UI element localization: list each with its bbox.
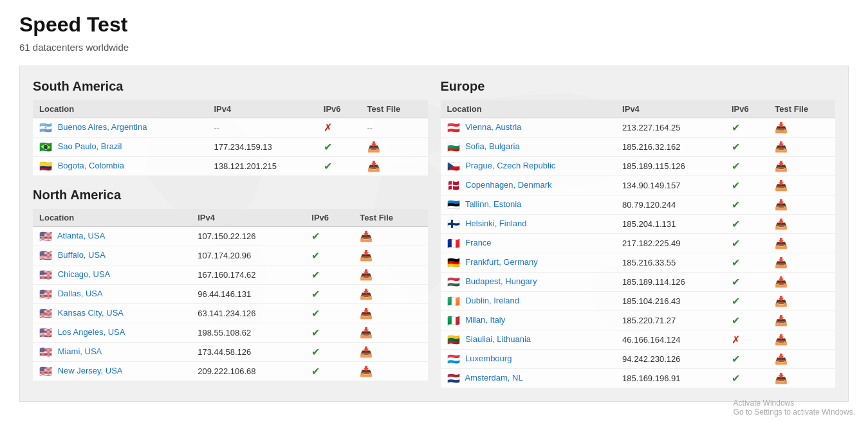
testfile-cell: 📥 xyxy=(768,369,835,388)
location-link[interactable]: Amsterdam, NL xyxy=(465,373,522,382)
eu-col-location: Location xyxy=(441,100,616,118)
flag-icon: 🇺🇸 xyxy=(39,230,52,242)
download-icon: 📥 xyxy=(775,238,788,249)
flag-icon: 🇺🇸 xyxy=(39,365,52,377)
location-link[interactable]: Budapest, Hungary xyxy=(465,276,537,286)
ipv4-cell: 138.121.201.215 xyxy=(207,157,317,176)
flag-icon: 🇺🇸 xyxy=(39,346,52,358)
location-link[interactable]: Buenos Aires, Argentina xyxy=(58,122,147,132)
download-icon: 📥 xyxy=(367,141,380,152)
location-cell: 🇺🇸 New Jersey, USA xyxy=(33,362,191,381)
check-icon: ✔ xyxy=(732,354,740,364)
ipv4-cell: 217.182.225.49 xyxy=(616,234,725,253)
flag-icon: 🇪🇪 xyxy=(447,199,460,211)
table-row: 🇦🇷 Buenos Aires, Argentina -- ✗ -- xyxy=(33,118,428,138)
location-link[interactable]: Frankfurt, Germany xyxy=(465,257,538,267)
ipv6-cell: ✔ xyxy=(305,227,353,246)
dash: -- xyxy=(367,123,373,132)
testfile-cell: 📥 xyxy=(768,350,835,369)
location-link[interactable]: Luxembourg xyxy=(465,354,512,363)
testfile-cell: 📥 xyxy=(353,266,427,285)
testfile-cell: 📥 xyxy=(768,195,835,215)
location-link[interactable]: Miami, USA xyxy=(58,346,102,356)
ipv4-value: 185.204.1.131 xyxy=(622,219,676,229)
testfile-cell: 📥 xyxy=(353,304,427,323)
flag-icon: 🇳🇱 xyxy=(447,372,460,384)
location-link[interactable]: Prague, Czech Republic xyxy=(465,161,555,170)
flag-icon: 🇧🇷 xyxy=(39,141,52,153)
ipv4-cell: 107.174.20.96 xyxy=(191,246,305,266)
ipv4-cell: -- xyxy=(207,118,317,138)
sa-col-ipv4: IPv4 xyxy=(207,100,317,118)
ipv4-value: 185.216.33.55 xyxy=(622,258,676,267)
testfile-cell: 📥 xyxy=(353,323,427,343)
ipv4-cell: 213.227.164.25 xyxy=(616,118,725,138)
ipv6-cell: ✔ xyxy=(317,138,361,157)
location-cell: 🇺🇸 Kansas City, USA xyxy=(33,304,191,323)
ipv4-value: 177.234.159.13 xyxy=(214,142,272,152)
south-america-table: Location IPv4 IPv6 Test File 🇦🇷 Buenos A… xyxy=(33,100,428,176)
check-icon: ✔ xyxy=(732,180,740,191)
sa-col-ipv6: IPv6 xyxy=(317,100,361,118)
ipv4-value: 138.121.201.215 xyxy=(214,161,277,171)
download-icon: 📥 xyxy=(775,315,788,326)
testfile-cell: 📥 xyxy=(353,285,427,304)
location-link[interactable]: Helsinki, Finland xyxy=(465,219,526,228)
location-link[interactable]: Vienna, Austria xyxy=(465,122,521,132)
ipv6-cell: ✔ xyxy=(305,343,353,362)
cross-icon: ✗ xyxy=(732,334,740,345)
table-row: 🇮🇪 Dublin, Ireland 185.104.216.43 ✔ 📥 xyxy=(441,292,836,311)
ipv4-value: 185.220.71.27 xyxy=(622,316,676,325)
ipv4-cell: 185.189.114.126 xyxy=(616,273,725,292)
check-icon: ✔ xyxy=(311,269,320,280)
location-link[interactable]: New Jersey, USA xyxy=(58,366,123,375)
eu-col-ipv6: IPv6 xyxy=(725,100,768,118)
check-icon: ✔ xyxy=(732,296,740,307)
location-link[interactable]: Milan, Italy xyxy=(465,315,505,325)
flag-icon: 🇩🇰 xyxy=(447,179,460,192)
testfile-cell: 📥 xyxy=(353,227,427,246)
download-icon: 📥 xyxy=(775,180,788,191)
download-icon: 📥 xyxy=(775,161,788,172)
na-col-location: Location xyxy=(33,209,191,227)
testfile-cell: 📥 xyxy=(361,138,428,157)
ipv4-cell: 80.79.120.244 xyxy=(616,195,725,215)
table-row: 🇫🇮 Helsinki, Finland 185.204.1.131 ✔ 📥 xyxy=(441,215,836,234)
download-icon: 📥 xyxy=(775,199,788,210)
ipv4-cell: 167.160.174.62 xyxy=(191,266,305,285)
download-icon: 📥 xyxy=(360,346,373,357)
ipv4-cell: 185.220.71.27 xyxy=(616,311,725,330)
check-icon: ✔ xyxy=(732,161,740,172)
sa-col-location: Location xyxy=(33,100,207,118)
testfile-cell: 📥 xyxy=(768,215,835,234)
location-link[interactable]: Dublin, Ireland xyxy=(465,296,519,305)
location-link[interactable]: Chicago, USA xyxy=(58,269,111,279)
location-link[interactable]: Buffalo, USA xyxy=(58,250,106,260)
north-america-table: Location IPv4 IPv6 Test File 🇺🇸 Atlanta,… xyxy=(33,209,428,381)
location-link[interactable]: Dallas, USA xyxy=(58,289,103,298)
location-link[interactable]: Los Angeles, USA xyxy=(58,327,125,337)
download-icon: 📥 xyxy=(360,231,373,242)
testfile-cell: -- xyxy=(361,118,428,138)
north-america-heading: North America xyxy=(33,188,428,203)
ipv4-cell: 185.189.115.126 xyxy=(616,157,725,176)
location-link[interactable]: Sofia, Bulgaria xyxy=(465,141,520,151)
location-link[interactable]: Kansas City, USA xyxy=(58,308,124,318)
ipv6-cell: ✔ xyxy=(305,285,353,304)
testfile-cell: 📥 xyxy=(353,343,427,362)
location-link[interactable]: Siauliai, Lithuania xyxy=(465,334,531,344)
location-link[interactable]: Bogota, Colombia xyxy=(58,161,124,170)
location-link[interactable]: Atlanta, USA xyxy=(57,231,105,240)
location-cell: 🇭🇺 Budapest, Hungary xyxy=(441,273,616,292)
location-cell: 🇨🇴 Bogota, Colombia xyxy=(33,157,207,176)
ipv4-cell: 185.216.32.162 xyxy=(616,138,725,157)
testfile-cell: 📥 xyxy=(768,273,835,292)
location-link[interactable]: Tallinn, Estonia xyxy=(465,199,521,209)
location-link[interactable]: France xyxy=(465,238,491,248)
ipv4-cell: 209.222.106.68 xyxy=(191,362,305,381)
location-link[interactable]: Sao Paulo, Brazil xyxy=(58,141,122,151)
ipv4-value: 167.160.174.62 xyxy=(198,270,255,280)
table-row: 🇪🇪 Tallinn, Estonia 80.79.120.244 ✔ 📥 xyxy=(441,195,836,215)
location-link[interactable]: Copenhagen, Denmark xyxy=(465,180,551,190)
table-row: 🇳🇱 Amsterdam, NL 185.169.196.91 ✔ 📥 xyxy=(441,369,836,388)
